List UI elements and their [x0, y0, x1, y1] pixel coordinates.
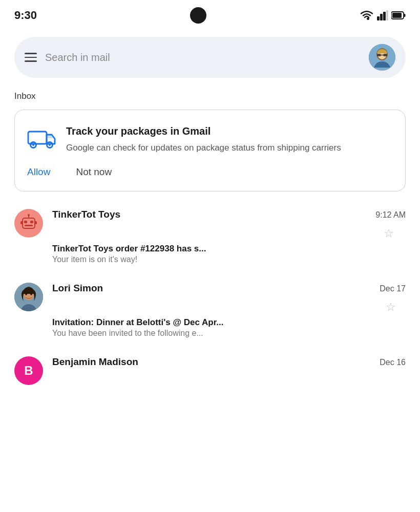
tracking-title: Track your packages in Gmail	[66, 124, 393, 138]
email-sender: TinkerTot Toys	[52, 209, 120, 220]
avatar-svg	[369, 44, 395, 71]
benjamin-avatar: B	[14, 356, 43, 385]
battery-icon	[391, 11, 406, 19]
status-icons	[360, 10, 406, 20]
svg-rect-2	[383, 12, 386, 20]
inbox-label: Inbox	[0, 86, 420, 105]
email-top-row-lori: Lori Simon Dec 17 ☆	[52, 283, 406, 316]
svg-rect-6	[392, 13, 402, 18]
status-bar: 9:30	[0, 0, 420, 29]
email-item[interactable]: B Benjamin Madison Dec 16	[0, 347, 420, 394]
camera-pill	[190, 7, 206, 24]
tracking-card: Track your packages in Gmail Google can …	[14, 110, 406, 191]
svg-rect-18	[23, 218, 35, 228]
email-top-row-benjamin: Benjamin Madison Dec 16	[52, 356, 406, 368]
email-time: 9:12 AM	[375, 210, 406, 220]
tinkertot-avatar	[14, 209, 43, 238]
email-right: 9:12 AM ☆	[371, 210, 406, 242]
svg-rect-5	[404, 14, 405, 17]
benjamin-initial: B	[24, 364, 33, 378]
menu-icon[interactable]	[25, 53, 37, 62]
email-preview: Your item is on it's way!	[52, 255, 406, 264]
svg-rect-24	[20, 221, 23, 224]
svg-point-28	[25, 292, 27, 295]
search-placeholder[interactable]: Search in mail	[45, 52, 361, 63]
svg-point-15	[32, 144, 34, 146]
svg-rect-13	[28, 132, 47, 144]
svg-rect-25	[35, 221, 37, 224]
tracking-card-header: Track your packages in Gmail Google can …	[27, 124, 393, 154]
menu-line-2	[25, 57, 37, 58]
svg-rect-20	[30, 221, 33, 223]
signal-icon	[377, 10, 388, 20]
svg-rect-10	[377, 54, 381, 56]
lori-photo-svg	[14, 283, 43, 311]
lori-avatar	[14, 283, 43, 311]
email-subject: TinkerTot Toys order #122938 has s...	[52, 244, 406, 254]
star-button-lori[interactable]: ☆	[384, 298, 398, 316]
truck-icon-wrapper	[27, 126, 57, 149]
menu-line-3	[25, 60, 37, 62]
status-time: 9:30	[14, 9, 37, 22]
svg-point-17	[49, 144, 51, 146]
svg-rect-3	[386, 10, 388, 20]
email-sender-lori: Lori Simon	[52, 283, 103, 294]
svg-rect-21	[25, 225, 33, 226]
email-item[interactable]: Lori Simon Dec 17 ☆ Invitation: Dinner a…	[0, 273, 420, 347]
svg-rect-1	[380, 14, 383, 20]
star-button[interactable]: ☆	[382, 225, 396, 242]
svg-rect-19	[24, 221, 27, 223]
avatar-photo	[369, 44, 395, 71]
truck-icon	[27, 126, 57, 149]
email-content-benjamin: Benjamin Madison Dec 16	[52, 356, 406, 369]
email-item[interactable]: TinkerTot Toys 9:12 AM ☆ TinkerTot Toys …	[0, 200, 420, 273]
email-right-benjamin: Dec 16	[375, 358, 406, 367]
tracking-card-text: Track your packages in Gmail Google can …	[66, 124, 393, 154]
email-content-tinkertot: TinkerTot Toys 9:12 AM ☆ TinkerTot Toys …	[52, 209, 406, 264]
avatar[interactable]	[369, 44, 395, 71]
email-preview-lori: You have been invited to the following e…	[52, 329, 406, 338]
svg-point-29	[30, 292, 32, 295]
search-bar[interactable]: Search in mail	[14, 37, 406, 78]
email-list: TinkerTot Toys 9:12 AM ☆ TinkerTot Toys …	[0, 196, 420, 398]
wifi-icon	[360, 10, 374, 20]
email-time-lori: Dec 17	[380, 284, 406, 293]
robot-icon	[19, 214, 38, 232]
menu-line-1	[25, 53, 37, 54]
email-right-lori: Dec 17 ☆	[375, 284, 406, 316]
email-subject-lori: Invitation: Dinner at Belotti's @ Dec Ap…	[52, 317, 406, 328]
allow-button[interactable]: Allow	[27, 163, 50, 181]
svg-point-23	[28, 214, 30, 216]
email-sender-benjamin: Benjamin Madison	[52, 356, 138, 368]
not-now-button[interactable]: Not now	[76, 163, 112, 181]
tracking-actions: Allow Not now	[27, 163, 393, 181]
tracking-description: Google can check for updates on package …	[66, 142, 393, 154]
search-container: Search in mail	[0, 29, 420, 86]
email-top-row: TinkerTot Toys 9:12 AM ☆	[52, 209, 406, 242]
svg-rect-11	[383, 54, 387, 56]
email-content-lori: Lori Simon Dec 17 ☆ Invitation: Dinner a…	[52, 283, 406, 338]
email-time-benjamin: Dec 16	[380, 358, 406, 367]
svg-rect-0	[377, 16, 380, 20]
